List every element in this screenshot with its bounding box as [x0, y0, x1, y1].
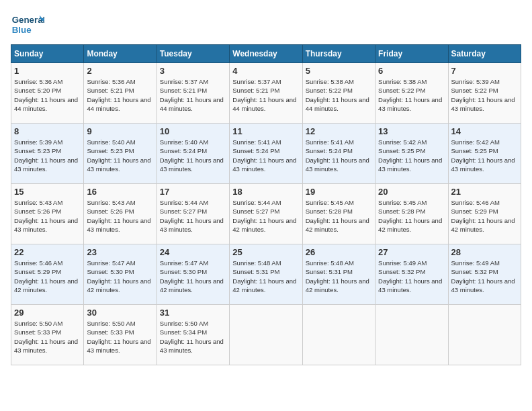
calendar-cell: 3Sunrise: 5:37 AMSunset: 5:21 PMDaylight… — [157, 63, 229, 124]
day-number: 29 — [14, 308, 81, 318]
day-info: Sunrise: 5:44 AMSunset: 5:27 PMDaylight:… — [232, 198, 299, 234]
day-number: 15 — [14, 187, 81, 197]
calendar-cell: 30Sunrise: 5:50 AMSunset: 5:33 PMDayligh… — [84, 305, 157, 365]
day-info: Sunrise: 5:41 AMSunset: 5:24 PMDaylight:… — [232, 138, 299, 173]
calendar-cell: 13Sunrise: 5:42 AMSunset: 5:25 PMDayligh… — [375, 124, 448, 184]
day-info: Sunrise: 5:49 AMSunset: 5:32 PMDaylight:… — [451, 259, 518, 294]
day-info: Sunrise: 5:49 AMSunset: 5:32 PMDaylight:… — [378, 259, 445, 294]
day-info: Sunrise: 5:39 AMSunset: 5:23 PMDaylight:… — [14, 138, 81, 173]
day-info: Sunrise: 5:41 AMSunset: 5:24 PMDaylight:… — [306, 138, 372, 173]
calendar-cell: 28Sunrise: 5:49 AMSunset: 5:32 PMDayligh… — [448, 244, 521, 305]
calendar-cell: 24Sunrise: 5:47 AMSunset: 5:30 PMDayligh… — [157, 244, 229, 305]
weekday-header: Tuesday — [157, 45, 229, 63]
day-number: 25 — [232, 247, 299, 257]
day-info: Sunrise: 5:45 AMSunset: 5:28 PMDaylight:… — [306, 198, 372, 234]
calendar-cell: 1Sunrise: 5:36 AMSunset: 5:20 PMDaylight… — [11, 63, 84, 124]
day-number: 2 — [87, 66, 153, 76]
calendar-cell — [448, 305, 521, 365]
calendar-cell — [302, 305, 375, 365]
weekday-header: Friday — [375, 45, 448, 63]
calendar-cell: 14Sunrise: 5:42 AMSunset: 5:25 PMDayligh… — [448, 124, 521, 184]
day-number: 27 — [378, 247, 445, 257]
day-info: Sunrise: 5:40 AMSunset: 5:23 PMDaylight:… — [87, 138, 153, 173]
day-number: 28 — [451, 247, 518, 257]
day-number: 26 — [306, 247, 372, 257]
calendar-cell: 22Sunrise: 5:46 AMSunset: 5:29 PMDayligh… — [11, 244, 84, 305]
day-info: Sunrise: 5:48 AMSunset: 5:31 PMDaylight:… — [232, 259, 299, 294]
calendar-cell: 9Sunrise: 5:40 AMSunset: 5:23 PMDaylight… — [84, 124, 157, 184]
day-info: Sunrise: 5:43 AMSunset: 5:26 PMDaylight:… — [14, 198, 81, 234]
day-info: Sunrise: 5:46 AMSunset: 5:29 PMDaylight:… — [451, 198, 518, 234]
day-info: Sunrise: 5:45 AMSunset: 5:28 PMDaylight:… — [378, 198, 445, 234]
day-number: 4 — [232, 66, 299, 76]
calendar-cell: 20Sunrise: 5:45 AMSunset: 5:28 PMDayligh… — [375, 184, 448, 244]
weekday-header: Sunday — [11, 45, 84, 63]
calendar-cell: 11Sunrise: 5:41 AMSunset: 5:24 PMDayligh… — [230, 124, 302, 184]
day-info: Sunrise: 5:42 AMSunset: 5:25 PMDaylight:… — [451, 138, 518, 173]
calendar-cell: 21Sunrise: 5:46 AMSunset: 5:29 PMDayligh… — [448, 184, 521, 244]
day-number: 17 — [160, 187, 226, 197]
calendar-cell: 6Sunrise: 5:38 AMSunset: 5:22 PMDaylight… — [375, 63, 448, 124]
day-number: 18 — [232, 187, 299, 197]
day-number: 9 — [87, 126, 153, 136]
calendar-cell: 16Sunrise: 5:43 AMSunset: 5:26 PMDayligh… — [84, 184, 157, 244]
day-number: 23 — [87, 247, 153, 257]
day-info: Sunrise: 5:50 AMSunset: 5:34 PMDaylight:… — [160, 319, 226, 355]
calendar-cell: 4Sunrise: 5:37 AMSunset: 5:21 PMDaylight… — [230, 63, 302, 124]
calendar-cell: 12Sunrise: 5:41 AMSunset: 5:24 PMDayligh… — [302, 124, 375, 184]
day-info: Sunrise: 5:46 AMSunset: 5:29 PMDaylight:… — [14, 259, 81, 294]
weekday-header: Monday — [84, 45, 157, 63]
day-number: 3 — [160, 66, 226, 76]
logo-icon: General Blue — [11, 11, 44, 38]
day-number: 5 — [306, 66, 372, 76]
weekday-header: Thursday — [302, 45, 375, 63]
header-row: SundayMondayTuesdayWednesdayThursdayFrid… — [11, 45, 521, 63]
day-number: 11 — [232, 126, 299, 136]
day-info: Sunrise: 5:39 AMSunset: 5:22 PMDaylight:… — [451, 77, 518, 113]
svg-text:Blue: Blue — [12, 25, 32, 35]
calendar-cell: 7Sunrise: 5:39 AMSunset: 5:22 PMDaylight… — [448, 63, 521, 124]
day-number: 6 — [378, 66, 445, 76]
calendar-cell: 10Sunrise: 5:40 AMSunset: 5:24 PMDayligh… — [157, 124, 229, 184]
day-info: Sunrise: 5:38 AMSunset: 5:22 PMDaylight:… — [306, 77, 372, 113]
day-number: 12 — [306, 126, 372, 136]
calendar-week-row: 29Sunrise: 5:50 AMSunset: 5:33 PMDayligh… — [11, 305, 521, 365]
calendar-cell — [375, 305, 448, 365]
day-info: Sunrise: 5:42 AMSunset: 5:25 PMDaylight:… — [378, 138, 445, 173]
calendar-cell: 31Sunrise: 5:50 AMSunset: 5:34 PMDayligh… — [157, 305, 229, 365]
day-info: Sunrise: 5:50 AMSunset: 5:33 PMDaylight:… — [14, 319, 81, 355]
day-info: Sunrise: 5:44 AMSunset: 5:27 PMDaylight:… — [160, 198, 226, 234]
calendar-week-row: 1Sunrise: 5:36 AMSunset: 5:20 PMDaylight… — [11, 63, 521, 124]
calendar-cell: 26Sunrise: 5:48 AMSunset: 5:31 PMDayligh… — [302, 244, 375, 305]
calendar-cell: 29Sunrise: 5:50 AMSunset: 5:33 PMDayligh… — [11, 305, 84, 365]
calendar-cell: 5Sunrise: 5:38 AMSunset: 5:22 PMDaylight… — [302, 63, 375, 124]
day-info: Sunrise: 5:36 AMSunset: 5:20 PMDaylight:… — [14, 77, 81, 113]
calendar-cell: 8Sunrise: 5:39 AMSunset: 5:23 PMDaylight… — [11, 124, 84, 184]
day-info: Sunrise: 5:48 AMSunset: 5:31 PMDaylight:… — [306, 259, 372, 294]
page-header: General Blue — [11, 11, 521, 38]
calendar-table: SundayMondayTuesdayWednesdayThursdayFrid… — [11, 44, 521, 365]
logo: General Blue — [11, 11, 47, 38]
day-info: Sunrise: 5:37 AMSunset: 5:21 PMDaylight:… — [160, 77, 226, 113]
day-number: 31 — [160, 308, 226, 318]
calendar-cell: 17Sunrise: 5:44 AMSunset: 5:27 PMDayligh… — [157, 184, 229, 244]
svg-text:General: General — [12, 15, 44, 25]
day-number: 1 — [14, 66, 81, 76]
calendar-cell: 15Sunrise: 5:43 AMSunset: 5:26 PMDayligh… — [11, 184, 84, 244]
day-info: Sunrise: 5:50 AMSunset: 5:33 PMDaylight:… — [87, 319, 153, 355]
day-info: Sunrise: 5:47 AMSunset: 5:30 PMDaylight:… — [87, 259, 153, 294]
weekday-header: Wednesday — [230, 45, 302, 63]
day-number: 19 — [306, 187, 372, 197]
day-info: Sunrise: 5:38 AMSunset: 5:22 PMDaylight:… — [378, 77, 445, 113]
calendar-cell: 25Sunrise: 5:48 AMSunset: 5:31 PMDayligh… — [230, 244, 302, 305]
day-number: 13 — [378, 126, 445, 136]
day-number: 8 — [14, 126, 81, 136]
day-info: Sunrise: 5:40 AMSunset: 5:24 PMDaylight:… — [160, 138, 226, 173]
day-number: 21 — [451, 187, 518, 197]
day-number: 16 — [87, 187, 153, 197]
day-number: 7 — [451, 66, 518, 76]
day-number: 22 — [14, 247, 81, 257]
day-info: Sunrise: 5:37 AMSunset: 5:21 PMDaylight:… — [232, 77, 299, 113]
day-info: Sunrise: 5:43 AMSunset: 5:26 PMDaylight:… — [87, 198, 153, 234]
weekday-header: Saturday — [448, 45, 521, 63]
